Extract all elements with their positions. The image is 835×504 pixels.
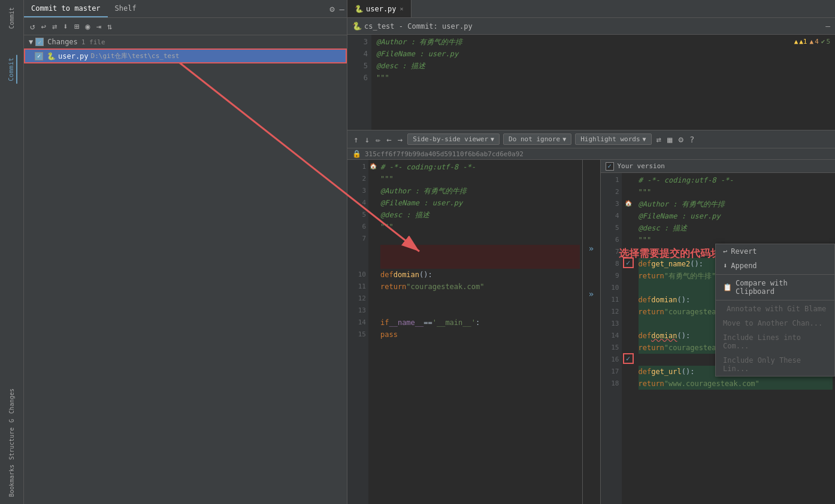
top-line-numbers: 3 4 5 6 — [347, 35, 371, 130]
changes-label: Changes — [47, 38, 78, 46]
right-line-4: @FileName : user.py — [639, 210, 833, 222]
left-line-13 — [380, 305, 580, 317]
download-btn[interactable]: ⬇ — [62, 20, 69, 32]
file-tab-close[interactable]: ✕ — [400, 5, 404, 12]
minimize-icon[interactable]: — — [337, 3, 347, 15]
diff-viewer: 🐍 cs_test - Commit: user.py — 3 4 5 6 — [347, 18, 835, 504]
file-item[interactable]: ✓ 🐍 user.py D:\git仓库\test\cs_test — [24, 48, 347, 63]
left-line-8 — [380, 245, 580, 257]
help-btn[interactable]: ? — [688, 133, 695, 145]
left-line-12 — [380, 293, 580, 305]
viewer-mode-btn[interactable]: Side-by-side viewer ▼ — [407, 133, 500, 145]
panel-btn[interactable]: ▦ — [666, 133, 673, 145]
commit-toolbar: ↺ ↩ ⇄ ⬇ ⊞ ◉ ⇥ ⇅ — [24, 18, 347, 35]
warning-orange: ▲ 4 — [810, 36, 819, 48]
diff-main: 12345 67 101112131415 🏠 — [347, 160, 835, 504]
sidebar-icon-bookmarks[interactable]: Bookmarks — [7, 462, 16, 499]
back-btn[interactable]: ← — [385, 133, 392, 145]
file-type-icon: 🐍 — [47, 52, 56, 60]
left-line-3: @Author : 有勇气的牛排 — [380, 185, 580, 197]
right-line-numbers: 12345 678910 1112131415 161718 — [601, 173, 622, 504]
sidebar-icon-commit[interactable]: Commit — [6, 55, 17, 84]
warnings: ▲ ▲1 ▲ 4 ✔ 5 — [794, 36, 830, 48]
settings-icon[interactable]: ⚙ — [327, 3, 337, 15]
left-line-2: """ — [380, 173, 580, 185]
up-btn[interactable]: ↑ — [352, 133, 359, 145]
warning-yellow: ▲ ▲1 — [794, 36, 807, 48]
clipboard-icon: 📋 — [723, 283, 732, 292]
structure-label: Structure — [8, 427, 15, 460]
merge-arrow-8[interactable]: » — [589, 244, 594, 253]
sidebar-icon-project[interactable]: Commit — [7, 5, 16, 31]
context-include-lines: Include Lines into Com... — [716, 330, 834, 353]
tab-btn[interactable]: ⇥ — [95, 20, 102, 32]
your-version-checkbox[interactable]: ✓ — [606, 162, 614, 171]
context-revert[interactable]: ↩ Revert — [716, 244, 834, 259]
changes-count: 1 file — [81, 38, 105, 46]
viewer-mode-label: Side-by-side viewer — [413, 135, 488, 143]
left-line-11: return "couragesteak.com" — [380, 281, 580, 293]
highlight-mode-btn[interactable]: Highlight words ▼ — [575, 133, 651, 145]
triangle-yellow-icon: ▲ — [794, 36, 798, 48]
ignore-mode-btn[interactable]: Do not ignore ▼ — [503, 133, 571, 145]
append-icon: ⬇ — [723, 262, 727, 270]
sort-btn[interactable]: ⇅ — [106, 20, 113, 32]
viewer-mode-arrow: ▼ — [491, 136, 494, 142]
context-include-only: Include Only These Lin... — [716, 353, 834, 376]
undo-btn[interactable]: ↩ — [40, 20, 47, 32]
your-version-label: Your version — [618, 162, 665, 170]
file-path: D:\git仓库\test\cs_test — [91, 51, 180, 60]
refresh-btn[interactable]: ↺ — [29, 20, 36, 32]
fwd-btn[interactable]: → — [397, 133, 404, 145]
ignore-mode-label: Do not ignore — [509, 135, 560, 143]
left-line-7 — [380, 233, 580, 245]
line-8-checkbox[interactable]: ✓ — [623, 257, 634, 268]
hash-bar: 🔒 315cff6f7f9b99da405d59110f6b6ab7cd6e0a… — [347, 148, 835, 160]
switch-btn[interactable]: ⇄ — [51, 20, 58, 32]
diff-title-icon: 🐍 — [352, 22, 362, 31]
top-code-area: 3 4 5 6 ▲ ▲1 ▲ 4 — [347, 35, 835, 130]
left-line-15: pass — [380, 329, 580, 341]
code-line-6: """ — [376, 72, 830, 84]
context-append[interactable]: ⬇ Append — [716, 259, 834, 273]
commit-tab[interactable]: Commit to master — [24, 0, 108, 17]
edit-btn[interactable]: ✏ — [374, 133, 382, 145]
project-label: Commit — [8, 7, 15, 29]
context-move: Move to Another Chan... — [716, 316, 834, 330]
left-sidebar: Commit Commit Changes G Structure Bookma… — [0, 0, 24, 504]
file-checkbox[interactable]: ✓ — [35, 52, 43, 60]
file-tab-user-py[interactable]: 🐍 user.py ✕ — [347, 0, 412, 17]
highlight-mode-label: Highlight words — [580, 135, 640, 143]
sync-btn[interactable]: ⇄ — [655, 133, 662, 145]
context-annotate: Annotate with Git Blame — [716, 302, 834, 316]
check-green-icon: ✔ — [821, 36, 825, 48]
diff-close-btn[interactable]: — — [825, 22, 830, 31]
file-icon: 🐍 — [355, 5, 364, 13]
right-line-18: return "www.couragesteak.com" — [639, 378, 833, 390]
g-label: G — [8, 419, 15, 423]
expand-arrow: ▼ — [29, 38, 33, 46]
context-compare-clipboard[interactable]: 📋 Compare with Clipboard — [716, 276, 834, 299]
sidebar-icon-structure[interactable]: Structure — [7, 425, 16, 462]
triangle-orange-icon: ▲ — [810, 36, 814, 48]
left-line-10: def domian(): — [380, 269, 580, 281]
diff-header: 🐍 cs_test - Commit: user.py — — [347, 18, 835, 35]
sidebar-icon-g[interactable]: G — [7, 417, 16, 425]
shelf-tab[interactable]: Shelf — [108, 0, 144, 17]
file-tab-label: user.py — [366, 5, 397, 13]
left-line-numbers: 12345 67 101112131415 — [347, 160, 368, 504]
left-line-6: """ — [380, 221, 580, 233]
settings2-btn[interactable]: ⚙ — [677, 133, 684, 145]
line-16-checkbox[interactable]: ✓ — [623, 353, 634, 364]
warning-green: ✔ 5 — [821, 36, 830, 48]
merge-arrow-11[interactable]: » — [589, 289, 594, 299]
sidebar-icon-changes[interactable]: Changes — [7, 386, 16, 416]
down-btn[interactable]: ↓ — [363, 133, 370, 145]
eye-btn[interactable]: ◉ — [84, 20, 91, 32]
changes-header[interactable]: ▼ ✓ Changes 1 file — [24, 35, 347, 48]
grid-btn[interactable]: ⊞ — [73, 20, 80, 32]
code-line-4: @FileName : user.py — [376, 48, 830, 60]
right-gutter-home-3: 🏠 — [625, 200, 632, 207]
left-line-5: @desc : 描述 — [380, 209, 580, 221]
ignore-mode-arrow: ▼ — [562, 136, 566, 142]
